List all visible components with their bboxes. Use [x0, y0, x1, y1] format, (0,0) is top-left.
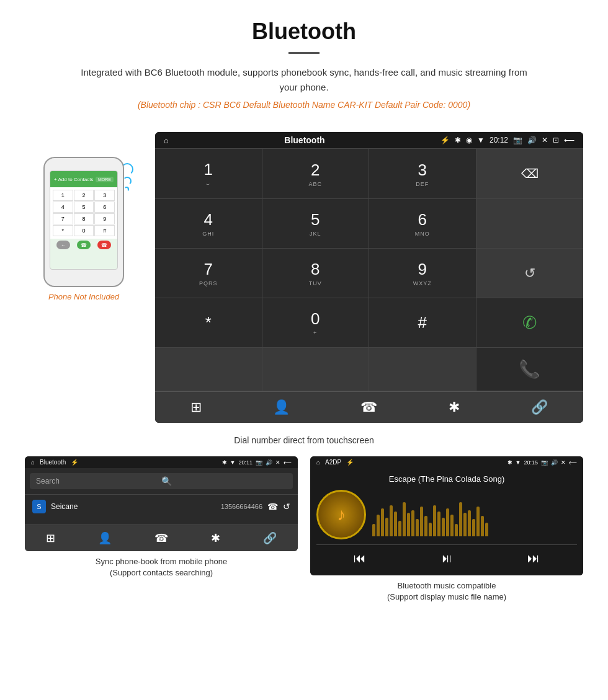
signal-arcs — [123, 163, 133, 192]
pb-close-icon[interactable]: ✕ — [275, 459, 280, 466]
phone-key-6: 6 — [94, 202, 115, 213]
music-bt-icon: ✱ — [507, 459, 512, 466]
music-time: 20:15 — [524, 459, 538, 466]
prev-track-icon[interactable]: ⏮ — [354, 551, 366, 565]
dial-key-empty-4 — [369, 348, 476, 391]
dial-key-4[interactable]: 4GHI — [155, 199, 262, 249]
dial-key-3[interactable]: 3DEF — [369, 149, 476, 199]
dial-key-empty-1 — [476, 199, 584, 249]
dial-nav-contacts[interactable]: 👤 — [273, 399, 290, 415]
pb-signal-icon: ▼ — [230, 459, 236, 466]
pb-nav-bt[interactable]: ✱ — [211, 531, 220, 545]
dial-key-hash[interactable]: # — [369, 298, 476, 348]
dial-key-1[interactable]: 1⌣ — [155, 149, 262, 199]
dial-caption: Dial number direct from touchscreen — [0, 435, 608, 445]
album-art: ♪ — [316, 490, 366, 539]
dial-key-empty-2 — [155, 348, 262, 391]
statusbar-right: ⚡ ✱ ◉ ▼ 20:12 📷 🔊 ✕ ⊡ ⟵ — [440, 136, 574, 144]
pb-nav-contacts[interactable]: 👤 — [98, 531, 112, 545]
dial-key-8[interactable]: 8TUV — [262, 249, 370, 298]
contact-row[interactable]: S Seicane 13566664466 ☎ ↺ — [25, 494, 298, 518]
pb-usb-icon: ⚡ — [71, 459, 78, 466]
contact-sync-icon[interactable]: ↺ — [283, 502, 290, 512]
music-statusbar-left: ⌂ A2DP ⚡ — [316, 459, 354, 466]
phone-not-included-label: Phone Not Included — [48, 292, 119, 301]
music-signal-icon: ▼ — [516, 459, 521, 466]
dial-key-7[interactable]: 7PQRS — [155, 249, 262, 298]
close-icon[interactable]: ✕ — [542, 136, 548, 144]
phonebook-caption: Sync phone-book from mobile phone (Suppo… — [96, 556, 227, 578]
dial-key-5[interactable]: 5JKL — [262, 199, 370, 249]
volume-icon: 🔊 — [527, 136, 537, 144]
phone-screen-top: + Add to Contacts MORE — [50, 171, 117, 187]
phone-bottom-row: ← ☎ ☎ — [50, 239, 117, 251]
music-camera-icon: 📷 — [541, 459, 548, 466]
phone-key-0: 0 — [74, 225, 94, 236]
phonebook-search-bar[interactable]: Search 🔍 — [30, 473, 293, 489]
statusbar-title: Bluetooth — [284, 135, 324, 145]
phonebook-statusbar: ⌂ Bluetooth ⚡ ✱ ▼ 20:11 📷 🔊 ✕ ⟵ — [25, 456, 298, 468]
bt-status-icon: ✱ — [455, 136, 461, 144]
play-pause-icon[interactable]: ⏯ — [440, 551, 453, 565]
pb-statusbar-right: ✱ ▼ 20:11 📷 🔊 ✕ ⟵ — [222, 459, 292, 466]
music-home-icon[interactable]: ⌂ — [316, 459, 320, 466]
dial-key-backspace[interactable]: ⌫ — [476, 149, 584, 199]
phone-key-3: 3 — [94, 190, 115, 201]
dial-nav-link[interactable]: 🔗 — [531, 399, 548, 415]
music-close-icon[interactable]: ✕ — [561, 459, 566, 466]
phone-key-4: 4 — [53, 202, 73, 213]
page-header: Bluetooth Integrated with BC6 Bluetooth … — [0, 0, 608, 120]
phone-illustration: ᛒ + Add to Contacts MORE 1 2 — [40, 151, 127, 287]
phonebook-block: ⌂ Bluetooth ⚡ ✱ ▼ 20:11 📷 🔊 ✕ ⟵ Search 🔍 — [25, 456, 298, 603]
back-icon[interactable]: ⟵ — [564, 136, 574, 144]
music-usb-icon: ⚡ — [346, 459, 354, 466]
dial-key-0[interactable]: 0+ — [262, 298, 370, 348]
home-icon[interactable]: ⌂ — [164, 136, 169, 145]
pb-bt-icon: ✱ — [222, 459, 227, 466]
dial-bottom-bar: ⊞ 👤 ☎ ✱ 🔗 — [155, 391, 583, 423]
pb-camera-icon: 📷 — [256, 459, 262, 466]
phone-side: ᛒ + Add to Contacts MORE 1 2 — [25, 132, 143, 301]
dial-nav-bt[interactable]: ✱ — [449, 399, 460, 415]
pb-nav-phone[interactable]: ☎ — [154, 531, 168, 545]
contact-call-icon[interactable]: ☎ — [267, 502, 278, 512]
pb-nav-grid[interactable]: ⊞ — [46, 531, 55, 545]
dial-key-call[interactable]: ✆ — [476, 298, 584, 348]
pb-home-icon[interactable]: ⌂ — [31, 459, 35, 466]
pb-back-icon[interactable]: ⟵ — [284, 459, 292, 466]
dial-key-2[interactable]: 2ABC — [262, 149, 370, 199]
pb-title: Bluetooth — [40, 459, 66, 466]
music-back-icon[interactable]: ⟵ — [569, 459, 577, 466]
phone-key-9: 9 — [94, 213, 115, 224]
phone-call-btn: ☎ — [77, 241, 91, 249]
window-icon: ⊡ — [553, 136, 559, 144]
spec-line: (Bluetooth chip : CSR BC6 Default Blueto… — [12, 100, 596, 110]
music-controls: ⏮ ⏯ ⏭ — [316, 544, 577, 569]
dial-key-refresh[interactable]: ↺ — [476, 249, 584, 298]
location-icon: ◉ — [466, 136, 472, 144]
phonebook-bottom-bar: ⊞ 👤 ☎ ✱ 🔗 — [25, 525, 298, 551]
pb-statusbar-left: ⌂ Bluetooth ⚡ — [31, 459, 78, 466]
dial-key-6[interactable]: 6MNO — [369, 199, 476, 249]
bottom-screenshots: ⌂ Bluetooth ⚡ ✱ ▼ 20:11 📷 🔊 ✕ ⟵ Search 🔍 — [0, 456, 608, 615]
dial-nav-phone[interactable]: ☎ — [360, 399, 377, 415]
phone-back-btn: ← — [56, 241, 70, 249]
next-track-icon[interactable]: ⏭ — [527, 551, 540, 565]
dial-key-star[interactable]: * — [155, 298, 262, 348]
music-statusbar: ⌂ A2DP ⚡ ✱ ▼ 20:15 📷 🔊 ✕ ⟵ — [310, 456, 583, 468]
music-title: A2DP — [325, 459, 341, 466]
usb-icon: ⚡ — [440, 136, 450, 144]
phone-key-8: 8 — [74, 213, 94, 224]
pb-nav-link[interactable]: 🔗 — [263, 531, 277, 545]
signal-arc-1 — [124, 187, 129, 192]
dial-key-end[interactable]: 📞 — [476, 348, 584, 391]
time-display: 20:12 — [490, 136, 508, 144]
music-statusbar-right: ✱ ▼ 20:15 📷 🔊 ✕ ⟵ — [507, 459, 577, 466]
main-section: ᛒ + Add to Contacts MORE 1 2 — [0, 120, 608, 429]
dial-key-9[interactable]: 9WXYZ — [369, 249, 476, 298]
signal-arc-2 — [123, 177, 132, 185]
phone-key-2: 2 — [74, 190, 94, 201]
dial-nav-grid[interactable]: ⊞ — [190, 399, 202, 415]
dial-screen-wrapper: ⌂ Bluetooth ⚡ ✱ ◉ ▼ 20:12 📷 🔊 ✕ ⊡ ⟵ — [155, 132, 583, 423]
phone-key-star: * — [53, 225, 73, 236]
